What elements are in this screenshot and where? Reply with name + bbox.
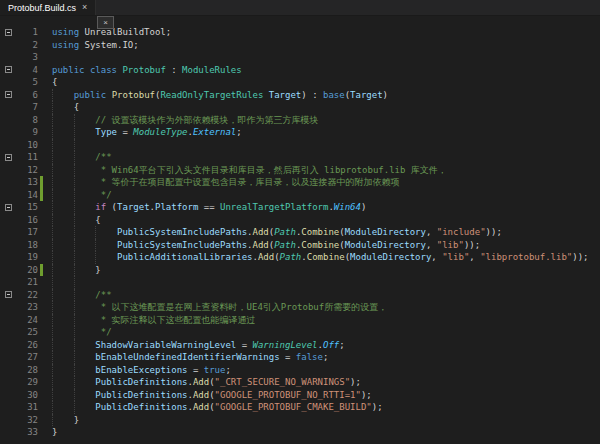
line-number[interactable]: 3	[17, 51, 38, 64]
tab-bar: Protobuf.Build.cs ×	[0, 0, 600, 16]
fold-collapse-icon[interactable]	[5, 204, 12, 211]
code-line[interactable]: 29 PublicDefinitions.Add("_CRT_SECURE_NO…	[0, 376, 600, 389]
line-number[interactable]: 13	[17, 176, 38, 189]
code-line[interactable]: 25 */	[0, 326, 600, 339]
code-token: Target	[350, 90, 383, 100]
git-gutter	[38, 139, 46, 152]
code-token: Target	[269, 90, 302, 100]
code-line[interactable]: 9 Type = ModuleType.External;	[0, 126, 600, 139]
code-line[interactable]: 7 {	[0, 101, 600, 114]
line-number[interactable]: 22	[17, 289, 38, 302]
code-line[interactable]: 2using System.IO;	[0, 39, 600, 52]
tab-close-icon[interactable]: ×	[82, 3, 87, 12]
code-line[interactable]: 1using UnrealBuildTool;	[0, 26, 600, 39]
code-line[interactable]: 31 PublicDefinitions.Add("GOOGLE_PROTOBU…	[0, 401, 600, 414]
code-line[interactable]: 17 PublicSystemIncludePaths.Add(Path.Com…	[0, 226, 600, 239]
fold-collapse-icon[interactable]	[5, 91, 12, 98]
code-line-content: PublicDefinitions.Add("_CRT_SECURE_NO_WA…	[46, 376, 600, 389]
line-number[interactable]: 30	[17, 389, 38, 402]
code-line[interactable]: 24 * 实际注释以下这些配置也能编译通过	[0, 314, 600, 327]
code-line[interactable]: 21	[0, 276, 600, 289]
fold-collapse-icon[interactable]	[5, 154, 12, 161]
code-line[interactable]: 10	[0, 139, 600, 152]
code-line[interactable]: 22 /**	[0, 289, 600, 302]
line-number[interactable]: 25	[17, 326, 38, 339]
line-number[interactable]: 1	[17, 26, 38, 39]
line-number[interactable]: 6	[17, 89, 38, 102]
line-number[interactable]: 20	[17, 264, 38, 277]
line-number[interactable]: 7	[17, 101, 38, 114]
code-token: ,	[426, 227, 437, 237]
code-line[interactable]: 16 {	[0, 214, 600, 227]
line-number[interactable]: 32	[17, 414, 38, 427]
line-number[interactable]: 2	[17, 39, 38, 52]
code-token: System.IO;	[79, 40, 139, 50]
fold-collapse-icon[interactable]	[5, 29, 12, 36]
code-line-content: */	[46, 326, 600, 339]
code-line[interactable]: 15 if (Target.Platform == UnrealTargetPl…	[0, 201, 600, 214]
fold-collapse-icon[interactable]	[5, 291, 12, 298]
code-line[interactable]: 14 */	[0, 189, 600, 202]
code-line[interactable]: 32 }	[0, 414, 600, 427]
code-line[interactable]: 8 // 设置该模块作为外部依赖模块，即作为第三方库模块	[0, 114, 600, 127]
code-line[interactable]: 11 /**	[0, 151, 600, 164]
line-number[interactable]: 9	[17, 126, 38, 139]
fold-collapse-icon[interactable]	[5, 66, 12, 73]
line-number[interactable]: 14	[17, 189, 38, 202]
code-line[interactable]: 28 bEnableExceptions = true;	[0, 364, 600, 377]
code-line[interactable]: 5{	[0, 76, 600, 89]
code-line[interactable]: 12 * Win64平台下引入头文件目录和库目录，然后再引入 libprotob…	[0, 164, 600, 177]
git-gutter	[38, 76, 46, 89]
line-number[interactable]: 19	[17, 251, 38, 264]
line-number[interactable]: 10	[17, 139, 38, 152]
code-line-content: PublicSystemIncludePaths.Add(Path.Combin…	[46, 239, 600, 252]
line-number[interactable]: 5	[17, 76, 38, 89]
line-number[interactable]: 27	[17, 351, 38, 364]
line-number[interactable]: 24	[17, 314, 38, 327]
fold-gutter	[0, 101, 17, 114]
git-gutter	[38, 364, 46, 377]
code-line[interactable]: 4public class Protobuf : ModuleRules	[0, 64, 600, 77]
code-line-content: * 以下这堆配置是在网上查资料时，UE4引入Protobuf所需要的设置，	[46, 301, 600, 314]
code-line-content	[46, 276, 600, 289]
line-number[interactable]: 8	[17, 114, 38, 127]
code-token: "GOOGLE_PROTOBUF_CMAKE_BUILD"	[215, 402, 372, 412]
code-token: =	[236, 340, 252, 350]
git-gutter	[38, 101, 46, 114]
line-number[interactable]: 28	[17, 364, 38, 377]
line-number[interactable]: 23	[17, 301, 38, 314]
line-number[interactable]: 26	[17, 339, 38, 352]
fold-gutter	[0, 226, 17, 239]
code-line[interactable]: 19 PublicAdditionalLibraries.Add(Path.Co…	[0, 251, 600, 264]
code-line[interactable]: 13 * 等价于在项目配置中设置包含目录，库目录，以及连接器中的附加依赖项	[0, 176, 600, 189]
git-gutter	[38, 326, 46, 339]
code-line[interactable]: 18 PublicSystemIncludePaths.Add(Path.Com…	[0, 239, 600, 252]
git-gutter	[38, 339, 46, 352]
code-line[interactable]: 27 bEnableUndefinedIdentifierWarnings = …	[0, 351, 600, 364]
line-number[interactable]: 11	[17, 151, 38, 164]
code-line[interactable]: 3	[0, 51, 600, 64]
code-line[interactable]: 20 }	[0, 264, 600, 277]
code-line[interactable]: 26 ShadowVariableWarningLevel = WarningL…	[0, 339, 600, 352]
code-line[interactable]: 6 public Protobuf(ReadOnlyTargetRules Ta…	[0, 89, 600, 102]
code-token: }	[52, 427, 57, 437]
line-number[interactable]: 18	[17, 239, 38, 252]
code-line[interactable]: 33}	[0, 426, 600, 439]
fold-gutter	[0, 276, 17, 289]
line-number[interactable]: 33	[17, 426, 38, 439]
code-line[interactable]: 23 * 以下这堆配置是在网上查资料时，UE4引入Protobuf所需要的设置，	[0, 301, 600, 314]
line-number[interactable]: 31	[17, 401, 38, 414]
line-number[interactable]: 12	[17, 164, 38, 177]
git-gutter	[38, 389, 46, 402]
line-number[interactable]: 15	[17, 201, 38, 214]
tab-protobuf-build-cs[interactable]: Protobuf.Build.cs ×	[0, 0, 96, 15]
line-number[interactable]: 29	[17, 376, 38, 389]
floating-close-button[interactable]: ×	[97, 16, 114, 29]
line-number[interactable]: 21	[17, 276, 38, 289]
fold-gutter	[0, 164, 17, 177]
line-number[interactable]: 17	[17, 226, 38, 239]
line-number[interactable]: 4	[17, 64, 38, 77]
code-line[interactable]: 30 PublicDefinitions.Add("GOOGLE_PROTOBU…	[0, 389, 600, 402]
line-number[interactable]: 16	[17, 214, 38, 227]
editor[interactable]: 1using UnrealBuildTool;2using System.IO;…	[0, 16, 600, 444]
